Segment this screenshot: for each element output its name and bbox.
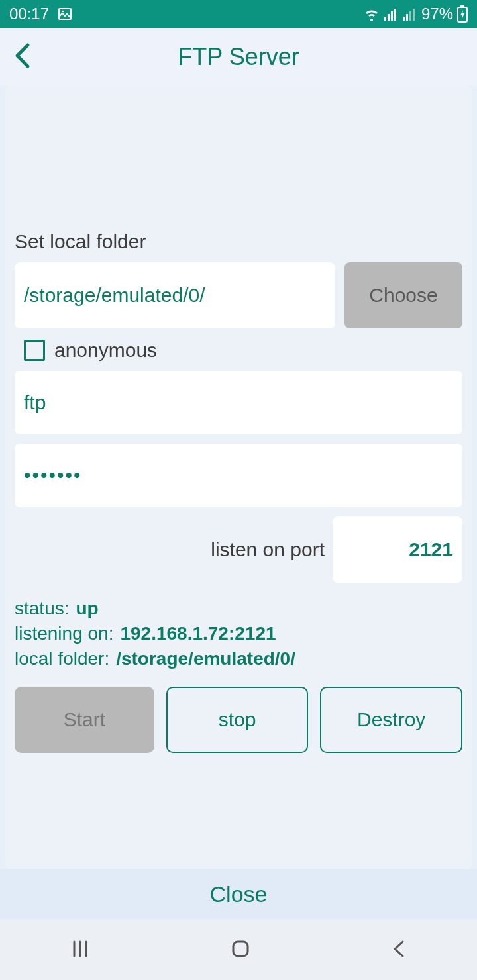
port-input[interactable]: 2121 — [333, 516, 462, 583]
choose-button[interactable]: Choose — [344, 262, 462, 328]
nav-bar — [0, 920, 477, 980]
battery-percent: 97% — [421, 5, 453, 23]
username-input[interactable]: ftp — [15, 371, 462, 434]
local-folder-value: /storage/emulated/0/ — [24, 284, 205, 307]
svg-rect-2 — [384, 17, 386, 21]
signal-icon — [384, 7, 399, 21]
home-button[interactable] — [229, 938, 252, 963]
password-value: ••••••• — [24, 464, 82, 487]
app-header: FTP Server — [0, 28, 477, 86]
svg-rect-15 — [233, 942, 248, 956]
status-block: status: up listening on: 192.168.1.72:21… — [15, 596, 462, 671]
port-value: 2121 — [409, 538, 453, 561]
username-value: ftp — [24, 391, 46, 414]
recent-apps-button[interactable] — [69, 938, 91, 963]
page-title: FTP Server — [178, 43, 299, 71]
svg-rect-11 — [460, 5, 464, 7]
svg-rect-8 — [409, 11, 411, 21]
svg-rect-7 — [406, 14, 408, 21]
wifi-icon — [363, 7, 380, 21]
listening-label: listening on: — [15, 621, 113, 646]
back-button[interactable] — [12, 42, 33, 72]
svg-rect-3 — [388, 14, 390, 21]
local-folder-status-label: local folder: — [15, 646, 109, 671]
password-input[interactable]: ••••••• — [15, 444, 462, 507]
close-button[interactable]: Close — [0, 869, 477, 919]
svg-rect-6 — [403, 17, 405, 21]
listen-port-label: listen on port — [211, 538, 325, 561]
local-folder-input[interactable]: /storage/emulated/0/ — [15, 262, 335, 328]
svg-rect-9 — [413, 9, 415, 21]
local-folder-label: Set local folder — [15, 230, 462, 253]
main-panel: Set local folder /storage/emulated/0/ Ch… — [5, 86, 472, 869]
anonymous-checkbox-row[interactable]: anonymous — [15, 335, 462, 371]
status-label: status: — [15, 596, 69, 621]
start-button: Start — [15, 687, 154, 753]
anonymous-label: anonymous — [54, 339, 157, 362]
svg-rect-5 — [394, 9, 396, 21]
status-bar: 00:17 — [0, 0, 477, 28]
picture-icon — [57, 6, 73, 22]
signal-icon-2 — [403, 7, 417, 21]
destroy-button[interactable]: Destroy — [320, 687, 462, 753]
listening-value: 192.168.1.72:2121 — [120, 621, 276, 646]
battery-charging-icon — [457, 5, 468, 23]
status-time: 00:17 — [9, 5, 49, 23]
svg-rect-4 — [391, 11, 393, 21]
anonymous-checkbox[interactable] — [24, 340, 45, 361]
local-folder-status-value: /storage/emulated/0/ — [116, 646, 295, 671]
back-nav-button[interactable] — [390, 938, 408, 963]
status-value: up — [76, 596, 98, 621]
stop-button[interactable]: stop — [166, 687, 309, 753]
svg-point-1 — [62, 11, 64, 13]
